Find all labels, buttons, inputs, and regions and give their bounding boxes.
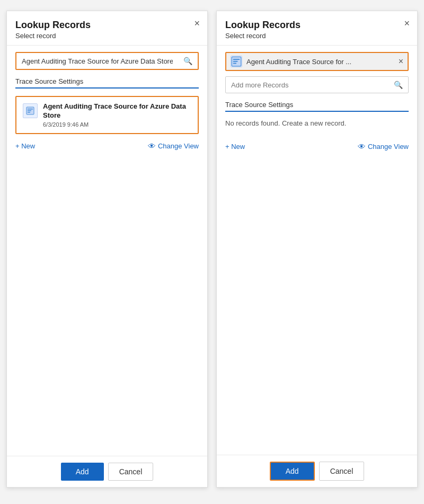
left-panel-title: Lookup Records — [15, 20, 199, 31]
right-add-button[interactable]: Add — [270, 462, 315, 481]
right-add-more-input[interactable] — [226, 77, 388, 93]
right-search-icon[interactable]: 🔍 — [388, 77, 408, 93]
right-selected-tag-text: Agent Auditing Trace Source for ... — [246, 58, 395, 66]
right-new-button[interactable]: + New — [225, 143, 245, 151]
tag-icon-svg — [231, 56, 242, 67]
panels-container: Lookup Records Select record × 🔍 Trace S… — [6, 11, 418, 488]
right-panel: Lookup Records Select record × Agent Aud… — [216, 11, 418, 488]
right-close-button[interactable]: × — [404, 19, 410, 28]
left-cancel-button[interactable]: Cancel — [108, 463, 154, 481]
left-record-date: 6/3/2019 9:46 AM — [43, 121, 191, 128]
right-panel-title: Lookup Records — [225, 20, 409, 31]
left-panel-subtitle: Select record — [15, 32, 199, 40]
svg-rect-6 — [233, 61, 238, 62]
left-record-name: Agent Auditing Trace Source for Azure Da… — [43, 102, 191, 120]
right-change-view-label: Change View — [368, 143, 409, 151]
svg-rect-3 — [28, 112, 30, 113]
left-add-button[interactable]: Add — [61, 463, 104, 481]
left-new-button[interactable]: + New — [15, 142, 35, 150]
left-panel-header: Lookup Records Select record × — [7, 11, 207, 46]
right-section-label: Trace Source Settings — [225, 101, 409, 112]
right-tag-close-button[interactable]: × — [399, 57, 403, 66]
right-no-records-text: No records found. Create a new record. — [225, 119, 409, 127]
left-panel-footer: Add Cancel — [7, 456, 207, 487]
left-panel: Lookup Records Select record × 🔍 Trace S… — [6, 11, 208, 488]
left-close-button[interactable]: × — [194, 19, 200, 28]
record-icon-svg — [26, 107, 34, 115]
right-change-view-icon: 👁 — [358, 142, 366, 151]
left-change-view-button[interactable]: 👁 Change View — [148, 142, 199, 151]
left-section-label: Trace Source Settings — [15, 77, 199, 89]
left-actions-row: + New 👁 Change View — [15, 142, 199, 151]
left-change-view-label: Change View — [158, 142, 199, 150]
left-change-view-icon: 👁 — [148, 142, 156, 151]
right-change-view-button[interactable]: 👁 Change View — [358, 142, 409, 151]
right-panel-subtitle: Select record — [225, 32, 409, 40]
right-add-more-container: 🔍 — [225, 76, 409, 93]
right-panel-header: Lookup Records Select record × — [217, 11, 417, 46]
right-cancel-button[interactable]: Cancel — [319, 462, 365, 481]
left-search-input[interactable] — [16, 54, 178, 69]
svg-rect-5 — [233, 59, 240, 60]
right-panel-body: Agent Auditing Trace Source for ... × 🔍 … — [217, 46, 417, 455]
svg-rect-2 — [28, 110, 31, 111]
svg-rect-1 — [28, 109, 33, 110]
left-record-details: Agent Auditing Trace Source for Azure Da… — [43, 102, 191, 128]
left-record-icon — [23, 103, 38, 118]
left-record-item[interactable]: Agent Auditing Trace Source for Azure Da… — [15, 96, 199, 134]
left-panel-body: 🔍 Trace Source Settings Agent Auditing T… — [7, 46, 207, 456]
left-search-box: 🔍 — [15, 52, 199, 70]
left-search-icon[interactable]: 🔍 — [178, 53, 198, 69]
right-tag-icon — [231, 56, 242, 67]
svg-rect-7 — [233, 63, 236, 64]
right-selected-tag-container: Agent Auditing Trace Source for ... × — [225, 52, 409, 71]
right-panel-footer: Add Cancel — [217, 455, 417, 487]
right-actions-row: + New 👁 Change View — [225, 142, 409, 151]
